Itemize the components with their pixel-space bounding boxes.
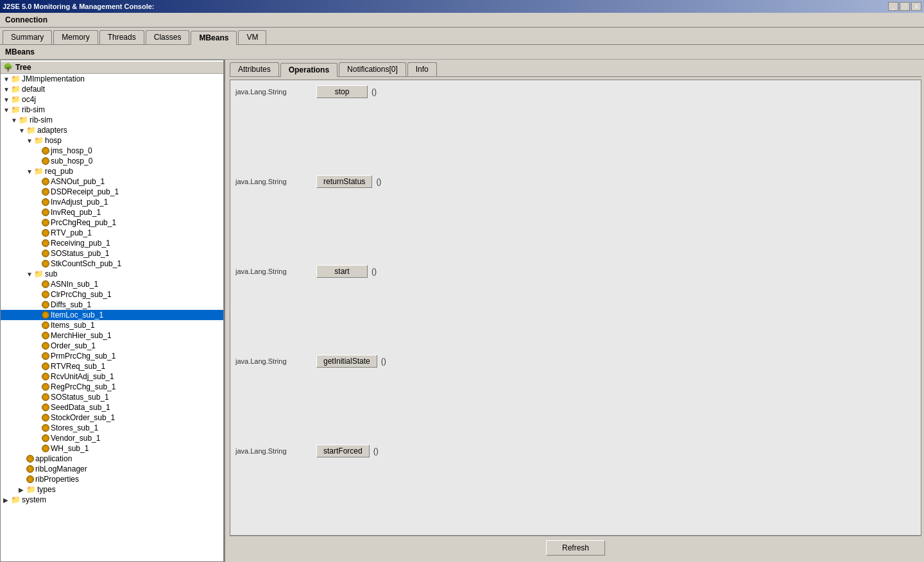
tab-vm[interactable]: VM [238,30,266,44]
maximize-button[interactable]: □ [900,2,910,11]
tree-node-label: RcvUnitAdj_sub_1 [51,372,114,381]
tree-panel: 🌳 Tree ▼ 📁 JMImplementation ▼ 📁 default … [0,60,225,562]
list-item[interactable]: SOStatus_pub_1 [1,248,223,259]
expand-icon: ▼ [26,168,34,175]
getinitialstate-button[interactable]: getInitialState [316,355,377,368]
operation-params: () [373,447,379,456]
list-item[interactable]: ribLogManager [1,464,223,474]
close-button[interactable]: X [911,2,921,11]
expand-icon: ▶ [3,497,11,504]
tree-node-default-row[interactable]: ▼ 📁 default [1,84,223,94]
tab-info[interactable]: Info [407,62,437,76]
tree-node-label: SOStatus_sub_1 [51,393,109,402]
expand-icon: ▼ [19,127,26,134]
list-item[interactable]: Vendor_sub_1 [1,433,223,443]
main-content: 🌳 Tree ▼ 📁 JMImplementation ▼ 📁 default … [0,60,924,562]
mbeans-label: MBeans [0,45,924,60]
title-bar-buttons[interactable]: _ □ X [888,2,921,11]
tree-node-label: StkCountSch_pub_1 [51,259,121,268]
bean-icon [42,434,49,442]
folder-icon: 📁 [11,74,21,83]
startforced-button[interactable]: startForced [316,445,370,457]
list-item[interactable]: RcvUnitAdj_sub_1 [1,371,223,382]
tree-node-label: ASNIn_sub_1 [51,280,98,289]
tab-summary[interactable]: Summary [3,30,52,44]
refresh-button[interactable]: Refresh [546,540,605,556]
bean-icon [42,321,49,329]
stop-button[interactable]: stop [316,85,368,98]
list-item[interactable]: application [1,454,223,464]
list-item[interactable]: InvReq_pub_1 [1,207,223,217]
tree-node-label: RegPrcChg_sub_1 [51,382,116,391]
list-item[interactable]: jms_hosp_0 [1,146,223,156]
folder-icon: 📁 [11,85,21,94]
tree-node-types-row[interactable]: ▶ 📁 types [1,484,223,495]
tree-node-label: RTVReq_sub_1 [51,362,105,371]
list-item[interactable]: StkCountSch_pub_1 [1,259,223,269]
tree-node-label: application [35,454,72,463]
tree-node-label: InvAdjust_pub_1 [51,198,108,207]
list-item[interactable]: Diffs_sub_1 [1,300,223,310]
list-item[interactable]: RegPrcChg_sub_1 [1,382,223,392]
list-item[interactable]: ClrPrcChg_sub_1 [1,289,223,300]
tree-node-adapters-row[interactable]: ▼ 📁 adapters [1,125,223,135]
tree-node-ribsim-child-row[interactable]: ▼ 📁 rib-sim [1,115,223,125]
start-button[interactable]: start [316,265,368,278]
bean-icon [42,291,49,298]
tab-notifications[interactable]: Notifications[0] [339,62,406,76]
list-item[interactable]: Items_sub_1 [1,320,223,330]
bean-icon [42,147,49,155]
list-item[interactable]: Stores_sub_1 [1,423,223,433]
tab-threads[interactable]: Threads [99,30,144,44]
tab-operations[interactable]: Operations [280,63,338,77]
list-item[interactable]: Order_sub_1 [1,341,223,351]
tree-node-label: Items_sub_1 [51,321,95,330]
tree-node-label: Vendor_sub_1 [51,434,100,443]
tree-node-label: ribProperties [35,475,79,484]
tree-node-system-row[interactable]: ▶ 📁 system [1,495,223,505]
bean-icon [42,209,49,216]
list-item[interactable]: MerchHier_sub_1 [1,330,223,341]
bean-icon [42,239,49,247]
tree-node-hosp-row[interactable]: ▼ 📁 hosp [1,135,223,146]
tab-classes[interactable]: Classes [146,30,190,44]
returnstatus-button[interactable]: returnStatus [316,175,372,188]
tab-attributes[interactable]: Attributes [230,62,279,76]
list-item[interactable]: InvAdjust_pub_1 [1,197,223,207]
tab-mbeans[interactable]: MBeans [191,31,237,45]
tree-node-reqpub-row[interactable]: ▼ 📁 req_pub [1,166,223,176]
list-item[interactable]: PrcChgReq_pub_1 [1,217,223,228]
bean-icon [42,219,49,226]
list-item[interactable]: StockOrder_sub_1 [1,413,223,423]
tree-node-ribsim-root-row[interactable]: ▼ 📁 rib-sim [1,105,223,115]
connection-label: Connection [0,13,924,28]
tree-node-oc4j-row[interactable]: ▼ 📁 oc4j [1,94,223,105]
tree-node-sub-row[interactable]: ▼ 📁 sub [1,269,223,279]
tree-node-label: JMImplementation [22,74,85,83]
bean-icon [42,332,49,339]
tree-node-label: ASNOut_pub_1 [51,177,105,186]
list-item[interactable]: ribProperties [1,474,223,484]
expand-icon: ▼ [3,96,11,103]
operation-row-start: java.Lang.String start () [235,265,916,278]
tree-node-label: DSDReceipt_pub_1 [51,187,119,196]
list-item[interactable]: DSDReceipt_pub_1 [1,187,223,197]
list-item[interactable]: RTV_pub_1 [1,228,223,238]
list-item[interactable]: Receiving_pub_1 [1,238,223,248]
list-item[interactable]: WH_sub_1 [1,443,223,454]
tree-node-itemloc-selected[interactable]: ItemLoc_sub_1 [1,310,223,320]
minimize-button[interactable]: _ [888,2,898,11]
folder-icon: 📁 [34,136,44,145]
operation-row-returnstatus: java.Lang.String returnStatus () [235,175,916,188]
tab-memory[interactable]: Memory [53,30,98,44]
bean-icon [42,373,49,380]
list-item[interactable]: RTVReq_sub_1 [1,361,223,371]
tree-node-jmimplementation-row[interactable]: ▼ 📁 JMImplementation [1,74,223,84]
list-item[interactable]: ASNOut_pub_1 [1,176,223,187]
list-item[interactable]: SeedData_sub_1 [1,402,223,413]
list-item[interactable]: SOStatus_sub_1 [1,392,223,402]
list-item[interactable]: sub_hosp_0 [1,156,223,166]
operation-return-type: java.Lang.String [235,268,312,275]
list-item[interactable]: ASNIn_sub_1 [1,279,223,289]
list-item[interactable]: PrmPrcChg_sub_1 [1,351,223,361]
